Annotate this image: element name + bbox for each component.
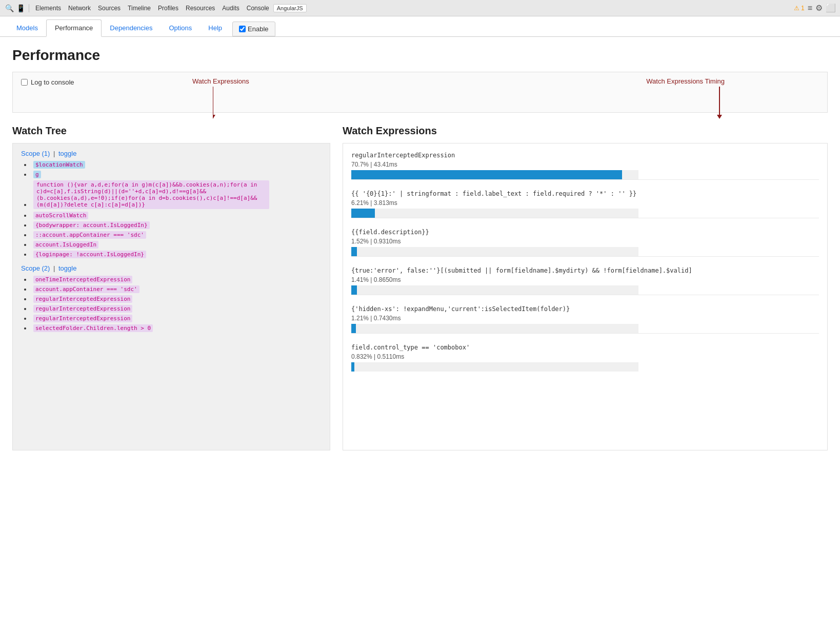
dock-icon[interactable]: ⬜ (826, 3, 836, 13)
expression-item-0: regularInterceptedExpression 70.7% | 43.… (351, 152, 819, 180)
list-item: account.IsLoggedIn (31, 240, 322, 249)
list-item: {loginpage: !account.IsLoggedIn} (31, 250, 322, 258)
scope1-list: $locationWatch g function (){var a,d,e;f… (21, 160, 322, 258)
expr-bar-container (351, 247, 638, 256)
watch-tree-column: Watch Tree Scope (1) | toggle $locationW… (12, 125, 330, 450)
sources-tab[interactable]: Sources (95, 4, 124, 13)
scope2-toggle[interactable]: toggle (58, 264, 76, 272)
scope1-link[interactable]: Scope (1) (21, 150, 50, 157)
scope2-link[interactable]: Scope (2) (21, 264, 50, 272)
expression-item-2: {{field.description}} 1.52% | 0.9310ms (351, 229, 819, 257)
expr-stats: 6.21% | 3.813ms (351, 199, 819, 207)
svg-marker-3 (717, 115, 722, 119)
expr-name: {{ '{0}{1}:' | stringformat : field.labe… (351, 190, 819, 197)
expr-bar-container (351, 170, 638, 179)
expr-stats: 1.21% | 0.7430ms (351, 315, 819, 322)
item-regular3: regularInterceptedExpression (33, 315, 132, 322)
expr-bar (351, 362, 354, 372)
mobile-icon[interactable]: 📱 (15, 3, 26, 13)
timeline-tab[interactable]: Timeline (125, 4, 154, 13)
expr-stats: 70.7% | 43.41ms (351, 161, 819, 168)
item-selectedfolder: selectedFolder.Children.length > 0 (33, 324, 153, 332)
watch-expressions-annotation: Watch Expressions (192, 77, 249, 85)
tab-help[interactable]: Help (200, 20, 230, 37)
item-isloggedin: account.IsLoggedIn (33, 241, 98, 249)
expression-item-3: {true:'error', false:''}[(submitted || f… (351, 267, 819, 295)
watch-expr-arrow (213, 87, 233, 122)
audits-tab[interactable]: Audits (219, 4, 242, 13)
list-item: {bodywrapper: account.IsLoggedIn} (31, 221, 322, 229)
item-g: g (33, 171, 41, 178)
expr-bar (351, 170, 622, 179)
item-regular1: regularInterceptedExpression (33, 295, 132, 303)
watch-expressions-title: Watch Expressions (343, 125, 828, 137)
expr-stats: 1.52% | 0.9310ms (351, 238, 819, 245)
log-to-console-checkbox[interactable] (21, 79, 28, 86)
tab-models[interactable]: Models (8, 20, 46, 37)
list-item: regularInterceptedExpression (31, 314, 322, 322)
watch-expressions-panel: regularInterceptedExpression 70.7% | 43.… (343, 143, 828, 450)
expressions-list: regularInterceptedExpression 70.7% | 43.… (351, 152, 819, 372)
expr-bar (351, 285, 357, 295)
main-content: Performance Log to console Watch Express… (0, 37, 840, 618)
profiles-tab[interactable]: Profiles (155, 4, 182, 13)
expr-separator (351, 179, 819, 180)
scope1-sep: | (53, 150, 57, 157)
item-onetimeexpr: oneTimeInterceptedExpression (33, 276, 132, 283)
expr-name: {true:'error', false:''}[(submitted || f… (351, 267, 819, 274)
gear-icon[interactable]: ⚙ (815, 3, 823, 13)
list-item: ::account.appContainer === 'sdc' (31, 231, 322, 239)
warning-badge: ⚠ 1 (794, 5, 805, 12)
expr-separator (351, 256, 819, 257)
expr-name: {{field.description}} (351, 229, 819, 236)
console-tab[interactable]: Console (244, 4, 272, 13)
list-item: regularInterceptedExpression (31, 304, 322, 313)
enable-checkbox[interactable] (239, 26, 246, 32)
watch-tree-title: Watch Tree (12, 125, 330, 137)
elements-tab[interactable]: Elements (32, 4, 64, 13)
expression-item-4: {'hidden-xs': !expandMenu,'current':isSe… (351, 305, 819, 334)
scope1-header: Scope (1) | toggle (21, 150, 322, 157)
expr-bar (351, 324, 356, 333)
expression-item-1: {{ '{0}{1}:' | stringformat : field.labe… (351, 190, 819, 218)
expr-bar (351, 247, 357, 256)
item-loginpage: {loginpage: !account.IsLoggedIn} (33, 251, 146, 258)
expr-name: field.control_type == 'combobox' (351, 344, 819, 351)
expression-item-5: field.control_type == 'combobox' 0.832% … (351, 344, 819, 372)
tab-options[interactable]: Options (161, 20, 200, 37)
watch-timing-annotation: Watch Expressions Timing (646, 77, 725, 85)
log-to-console-label: Log to console (31, 78, 74, 86)
expr-bar-container (351, 285, 638, 295)
search-icon[interactable]: 🔍 (4, 3, 14, 13)
list-icon[interactable]: ≡ (808, 4, 812, 13)
two-column-layout: Watch Tree Scope (1) | toggle $locationW… (12, 125, 828, 450)
page-title: Performance (12, 47, 828, 64)
resources-tab[interactable]: Resources (183, 4, 218, 13)
item-regular2: regularInterceptedExpression (33, 305, 132, 313)
tab-enable[interactable]: Enable (232, 22, 275, 36)
angularjs-label: AngularJS (273, 4, 307, 12)
list-item: g (31, 170, 322, 178)
separator (29, 4, 29, 12)
expr-bar-container (351, 362, 638, 372)
list-item: selectedFolder.Children.length > 0 (31, 324, 322, 332)
item-appcontainer: ::account.appContainer === 'sdc' (33, 231, 146, 239)
tab-dependencies[interactable]: Dependencies (102, 20, 161, 37)
log-checkbox-label[interactable]: Log to console (21, 78, 74, 86)
scope2-sep: | (53, 264, 57, 272)
scope2-list: oneTimeInterceptedExpression account.app… (21, 275, 322, 332)
expr-name: regularInterceptedExpression (351, 152, 819, 159)
list-item: regularInterceptedExpression (31, 295, 322, 303)
tab-performance[interactable]: Performance (46, 19, 102, 37)
expr-stats: 1.41% | 0.8650ms (351, 276, 819, 283)
scope1-toggle[interactable]: toggle (58, 150, 76, 157)
devtools-bar: 🔍 📱 Elements Network Sources Timeline Pr… (0, 0, 840, 16)
item-autoscroll: autoScrollWatch (33, 212, 88, 219)
watch-timing-label: Watch Expressions Timing (646, 77, 725, 85)
scope2-header: Scope (2) | toggle (21, 264, 322, 272)
expr-separator (351, 218, 819, 218)
item-bodywrapper: {bodywrapper: account.IsLoggedIn} (33, 221, 150, 229)
expr-separator (351, 333, 819, 334)
network-tab[interactable]: Network (65, 4, 94, 13)
list-item: $locationWatch (31, 160, 322, 169)
